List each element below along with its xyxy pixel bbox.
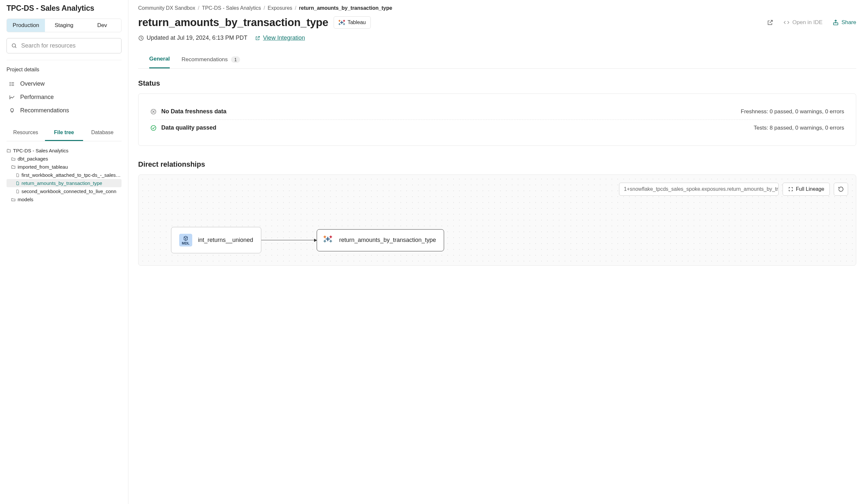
status-row-meta: Freshness: 0 passed, 0 warnings, 0 error…: [741, 108, 844, 115]
env-tab-staging[interactable]: Staging: [45, 19, 83, 32]
share-label: Share: [842, 19, 856, 26]
lineage-arrow: [261, 240, 317, 241]
tree-file[interactable]: second_workbook_connected_to_live_conn: [7, 187, 122, 195]
tree-folder-imported[interactable]: imported_from_tableau: [7, 163, 122, 171]
tree-folder-dbt-packages[interactable]: dbt_packages: [7, 154, 122, 163]
tree-label: second_workbook_connected_to_live_conn: [22, 188, 116, 194]
tree-file[interactable]: first_workbook_attached_to_tpc-ds_-_sale…: [7, 171, 122, 179]
external-link-icon[interactable]: [767, 19, 774, 26]
breadcrumb: Community DX Sandbox / TPC-DS - Sales An…: [138, 5, 856, 11]
page-title: return_amounts_by_transaction_type: [138, 16, 329, 28]
tree-folder-models[interactable]: models: [7, 195, 122, 204]
lineage-toolbar: 1+snowflake_tpcds_sales_spoke.exposures.…: [619, 183, 848, 196]
sub-tab-database[interactable]: Database: [83, 126, 122, 141]
breadcrumb-item[interactable]: Exposures: [267, 5, 292, 11]
meta-row: Updated at Jul 19, 2024, 6:13 PM PDT Vie…: [138, 35, 856, 41]
lineage-query-input[interactable]: 1+snowflake_tpcds_sales_spoke.exposures.…: [619, 183, 779, 196]
lineage-node-target[interactable]: return_amounts_by_transaction_type: [317, 229, 444, 251]
status-row-freshness: No Data freshness data Freshness: 0 pass…: [150, 104, 844, 119]
folder-open-icon: [7, 148, 11, 153]
node-label: return_amounts_by_transaction_type: [339, 237, 436, 243]
tableau-icon: [323, 235, 335, 246]
env-tab-production[interactable]: Production: [7, 19, 45, 32]
node-label: int_returns__unioned: [198, 237, 253, 243]
tree-label: first_workbook_attached_to_tpc-ds_-_sale…: [22, 172, 122, 178]
env-tab-dev[interactable]: Dev: [83, 19, 121, 32]
title-actions: Open in IDE Share: [767, 19, 856, 26]
content-tabs: General Recommendations 1: [138, 52, 856, 69]
full-lineage-label: Full Lineage: [796, 186, 824, 192]
expand-icon: [788, 186, 793, 192]
sidebar-sub-tabs: Resources File tree Database: [7, 126, 122, 141]
folder-open-icon: [11, 165, 16, 169]
status-row-meta: Tests: 8 passed, 0 warnings, 0 errors: [754, 125, 844, 131]
open-in-ide-button[interactable]: Open in IDE: [783, 19, 823, 26]
section-label-project-details: Project details: [7, 67, 122, 72]
tree-label: TPC-DS - Sales Analytics: [13, 148, 68, 153]
nav-item-label: Recommendations: [20, 107, 69, 114]
breadcrumb-current: return_amounts_by_transaction_type: [299, 5, 392, 11]
tableau-icon: [338, 19, 345, 26]
svg-point-0: [12, 44, 16, 47]
chart-line-icon: [9, 94, 15, 100]
node-badge-label: MDL: [182, 241, 190, 245]
file-icon: [16, 173, 20, 177]
folder-icon: [11, 157, 16, 161]
updated-at-text: Updated at Jul 19, 2024, 6:13 PM PDT: [147, 35, 247, 41]
refresh-icon: [838, 186, 844, 192]
refresh-button[interactable]: [834, 183, 848, 196]
nav-item-label: Overview: [20, 80, 45, 87]
tab-label: Recommendations: [181, 56, 228, 63]
svg-point-13: [151, 125, 156, 130]
sub-tab-resources[interactable]: Resources: [7, 126, 45, 141]
file-icon: [16, 190, 20, 193]
breadcrumb-item[interactable]: Community DX Sandbox: [138, 5, 195, 11]
circle-slash-icon: [150, 108, 157, 115]
nav-item-recommendations[interactable]: Recommendations: [7, 104, 122, 117]
nav-list: Overview Performance Recommendations: [7, 77, 122, 117]
nav-item-label: Performance: [20, 94, 54, 101]
share-button[interactable]: Share: [832, 19, 856, 26]
search-input[interactable]: [21, 42, 116, 49]
title-row: return_amounts_by_transaction_type Table…: [138, 16, 856, 28]
main-panel: Community DX Sandbox / TPC-DS - Sales An…: [129, 0, 866, 504]
lineage-nodes: MDL int_returns__unioned return_amounts_…: [171, 227, 444, 253]
breadcrumb-item[interactable]: TPC-DS - Sales Analytics: [202, 5, 261, 11]
clock-icon: [138, 35, 144, 41]
lineage-card: 1+snowflake_tpcds_sales_spoke.exposures.…: [138, 174, 856, 266]
full-lineage-button[interactable]: Full Lineage: [782, 183, 830, 196]
status-card: No Data freshness data Freshness: 0 pass…: [138, 93, 856, 146]
status-row-quality: Data quality passed Tests: 8 passed, 0 w…: [150, 119, 844, 136]
status-row-title: No Data freshness data: [161, 108, 226, 115]
list-icon: [9, 81, 15, 87]
search-box[interactable]: [7, 38, 122, 54]
status-row-title: Data quality passed: [161, 124, 216, 131]
recommendations-count-badge: 1: [231, 56, 240, 63]
view-integration-link[interactable]: View Integration: [255, 35, 305, 41]
sidebar: TPC-DS - Sales Analytics Production Stag…: [0, 0, 129, 504]
tree-label: return_amounts_by_transaction_type: [22, 180, 102, 186]
updated-at: Updated at Jul 19, 2024, 6:13 PM PDT: [138, 35, 247, 41]
svg-point-2: [10, 82, 10, 83]
relationships-heading: Direct relationships: [138, 160, 856, 169]
tab-recommendations[interactable]: Recommendations 1: [181, 52, 240, 68]
file-tree: TPC-DS - Sales Analytics dbt_packages im…: [7, 147, 122, 204]
tree-label: dbt_packages: [18, 156, 48, 161]
divider: [7, 60, 122, 60]
nav-item-performance[interactable]: Performance: [7, 91, 122, 104]
tree-label: models: [18, 197, 33, 202]
nav-item-overview[interactable]: Overview: [7, 77, 122, 91]
node-badge-mdl: MDL: [179, 234, 192, 247]
tableau-chip[interactable]: Tableau: [334, 16, 371, 28]
tree-root[interactable]: TPC-DS - Sales Analytics: [7, 147, 122, 154]
file-icon: [16, 181, 20, 185]
lightbulb-icon: [9, 108, 15, 114]
tab-general[interactable]: General: [149, 52, 170, 68]
tree-file-selected[interactable]: return_amounts_by_transaction_type: [7, 179, 122, 187]
search-icon: [11, 43, 17, 49]
breadcrumb-sep: /: [264, 5, 265, 11]
lineage-node-source[interactable]: MDL int_returns__unioned: [171, 227, 261, 253]
breadcrumb-sep: /: [198, 5, 199, 11]
project-title: TPC-DS - Sales Analytics: [7, 4, 122, 13]
sub-tab-file-tree[interactable]: File tree: [45, 126, 84, 141]
